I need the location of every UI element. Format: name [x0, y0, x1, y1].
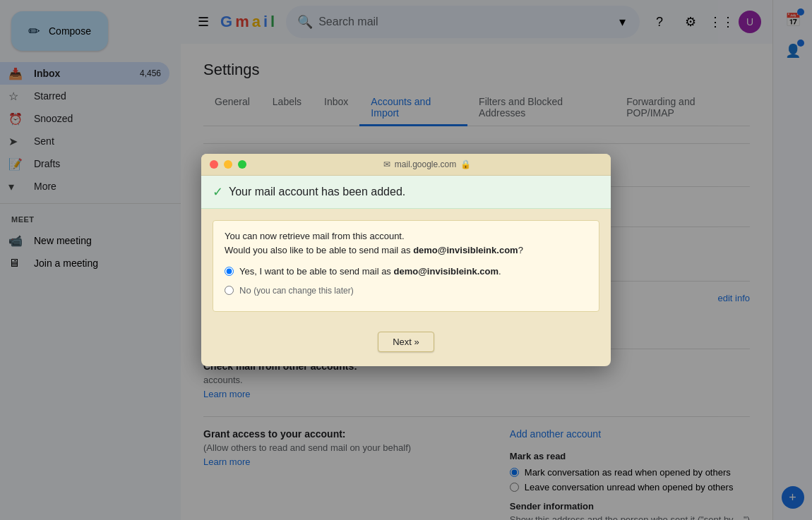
dialog-success-bar: ✓ Your mail account has been added.: [201, 176, 611, 209]
question-email: demo@invisibleink.com: [413, 245, 518, 255]
dialog-title-text: mail.google.com: [395, 159, 456, 169]
dialog-window: ✉ mail.google.com 🔒 ✓ Your mail account …: [201, 154, 611, 365]
traffic-light-maximize[interactable]: [238, 160, 246, 169]
option-yes-radio[interactable]: [225, 267, 234, 276]
dialog-footer: Next »: [201, 323, 611, 366]
traffic-light-minimize[interactable]: [224, 160, 232, 169]
next-button[interactable]: Next »: [378, 332, 434, 352]
option-yes[interactable]: Yes, I want to be able to send mail as d…: [225, 265, 587, 278]
check-icon: ✓: [213, 184, 223, 200]
dialog-lock-icon: 🔒: [460, 159, 471, 169]
option-yes-email: demo@invisibleink.com: [394, 266, 499, 277]
option-no-suffix: (you can change this later): [253, 286, 353, 296]
dialog-titlebar: ✉ mail.google.com 🔒: [201, 154, 611, 176]
option-no-prefix: No: [239, 285, 251, 296]
traffic-light-close[interactable]: [210, 160, 218, 169]
question-line2: Would you also like to be able to send m…: [225, 245, 523, 255]
modal-overlay: ✉ mail.google.com 🔒 ✓ Your mail account …: [0, 0, 812, 520]
option-no-radio[interactable]: [225, 286, 234, 295]
option-no-label: No (you can change this later): [239, 284, 354, 297]
option-no[interactable]: No (you can change this later): [225, 284, 587, 297]
option-yes-label: Yes, I want to be able to send mail as d…: [239, 265, 501, 278]
success-text: Your mail account has been added.: [229, 186, 405, 198]
dialog-title: ✉ mail.google.com 🔒: [252, 159, 602, 169]
question-text: You can now retrieve mail from this acco…: [225, 229, 587, 257]
question-line1: You can now retrieve mail from this acco…: [225, 231, 405, 241]
dialog-gmail-icon: ✉: [383, 159, 390, 169]
dialog-question-box: You can now retrieve mail from this acco…: [213, 220, 599, 311]
